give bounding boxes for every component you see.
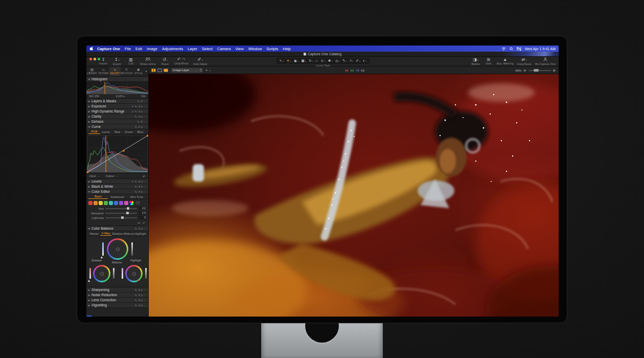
reset-button[interactable]: ↺▾Reset <box>160 57 170 65</box>
heal-tool[interactable]: ✚▾ <box>328 58 333 64</box>
wifi-icon[interactable] <box>501 47 506 51</box>
shadow-right-slider[interactable] <box>113 268 114 279</box>
more-icon[interactable]: ⋯ <box>144 110 146 113</box>
reset-icon[interactable]: ↺ <box>138 125 140 128</box>
presets-icon[interactable]: ≡ <box>141 105 143 108</box>
redo-icon[interactable]: ↷ <box>182 57 186 62</box>
swatch-red[interactable] <box>88 201 93 205</box>
midtone-wheel[interactable] <box>107 238 128 260</box>
panel-color-editor[interactable]: ▾ Color Editor ✎↺≡⋯ <box>86 189 148 194</box>
rotate-tool[interactable]: ↻▾ <box>309 58 313 64</box>
share-online-button[interactable]: Share online <box>140 57 156 65</box>
reset-icon[interactable]: ↺ <box>138 304 140 307</box>
copy-apply-button[interactable]: ⇄▾Copy/Apply <box>517 57 532 65</box>
export-button[interactable]: ↥▾Export <box>112 57 122 65</box>
lightness-slider[interactable] <box>105 217 137 218</box>
menu-item-camera[interactable]: Camera <box>217 47 231 51</box>
menu-item-app[interactable]: Capture One <box>97 47 120 51</box>
cull-button[interactable]: ▥Cull <box>126 57 135 65</box>
curve-tab-green[interactable]: Green <box>123 130 135 134</box>
brush-icon[interactable]: ✎ <box>135 294 137 297</box>
swatch-yellow[interactable] <box>99 201 103 205</box>
reset-icon[interactable]: ↺ <box>138 227 140 230</box>
erase-mask-tool[interactable]: ◊▾ <box>350 58 353 64</box>
panel-layers-masks[interactable]: ▸ Layers & Masks ✎↺⋯ <box>86 99 148 104</box>
panel-curve[interactable]: ▾ Curve ✎↺≡⋯ <box>86 124 148 129</box>
menu-item-file[interactable]: File <box>125 47 131 51</box>
swatch-magenta[interactable] <box>124 201 128 205</box>
control-center-icon[interactable] <box>517 47 521 51</box>
scroll-indicator[interactable] <box>86 316 91 317</box>
reset-icon[interactable]: ↺ <box>138 190 140 193</box>
more-icon[interactable]: ⋯ <box>144 299 146 302</box>
brush-icon[interactable]: ✎ <box>137 120 140 123</box>
clone-tool[interactable]: ◎▾ <box>335 58 340 64</box>
swatch-green[interactable] <box>104 201 108 205</box>
cb-tab-highlight[interactable]: Highlight <box>134 232 146 236</box>
add-layer-button[interactable]: + ▾ <box>205 69 210 72</box>
my-capture-one-button[interactable]: My Capture One <box>535 57 556 65</box>
picker-icon[interactable]: ✐ <box>131 180 133 183</box>
zoom-level[interactable]: 46% <box>515 69 521 72</box>
brush-icon[interactable]: ✎ <box>135 185 137 188</box>
minimize-button[interactable] <box>94 58 96 60</box>
menu-item-edit[interactable]: Edit <box>135 47 142 51</box>
ce-tab-skin-tone[interactable]: Skin Tone <box>127 195 146 199</box>
tab-adjust[interactable]: ≡ADJUST <box>109 66 121 76</box>
reset-icon[interactable]: ↺ <box>138 115 140 118</box>
reset-icon[interactable]: ↺ <box>138 180 140 183</box>
ce-tab-advanced[interactable]: Advanced <box>108 195 127 199</box>
more-icon[interactable]: ⋯ <box>144 100 146 103</box>
panel-lens-correction[interactable]: ▸ Lens Correction ✎↺≡⋯ <box>86 298 148 303</box>
zoom-in-icon[interactable]: ⊕ <box>553 69 556 73</box>
cb-tab-midtone[interactable]: Midtone <box>123 232 135 236</box>
brush-icon[interactable]: ✎ <box>135 110 137 113</box>
panel-vignetting[interactable]: ▸ Vignetting ✎↺≡⋯ <box>86 303 148 308</box>
reset-icon[interactable]: ↺ <box>138 299 140 302</box>
more-tabs-icon[interactable]: » <box>144 66 148 76</box>
brush-icon[interactable]: ✎ <box>135 115 137 118</box>
brush-icon[interactable]: ✎ <box>137 100 140 103</box>
auto-adjust-button[interactable]: ✐▾Auto Adjust <box>193 57 208 65</box>
presets-icon[interactable]: ≡ <box>141 125 143 128</box>
tab-retouch[interactable]: ✎RETOUCH <box>121 66 133 76</box>
panel-exposure[interactable]: ▸ Exposure ✐✎↺≡⋯ <box>86 104 148 109</box>
spot-removal-tool[interactable]: ⊙▾ <box>321 58 326 64</box>
cb-tab-3way[interactable]: 3-Way <box>100 231 112 236</box>
reset-icon[interactable]: ↺ <box>141 120 143 123</box>
zoom-out-icon[interactable]: ⊖ <box>523 69 526 73</box>
shadow-left-slider[interactable] <box>89 268 91 279</box>
reset-icon[interactable]: ↺ <box>138 105 140 108</box>
menu-item-select[interactable]: Select <box>202 47 213 51</box>
curve-tab-luma[interactable]: Luma <box>100 130 112 134</box>
curve-picker-icon[interactable]: ✐ <box>143 174 145 178</box>
white-balance-tool[interactable]: ◐▾ <box>363 58 366 64</box>
more-icon[interactable]: ⋯ <box>144 115 146 118</box>
lightness-value[interactable]: 0 <box>139 216 146 219</box>
panel-noise-reduction[interactable]: ▸ Noise Reduction ✎↺≡⋯ <box>86 293 148 298</box>
swatch-cyan[interactable] <box>109 201 113 205</box>
ce-tab-basic[interactable]: Basic <box>88 194 108 199</box>
curve-tab-red[interactable]: Red <box>111 130 123 134</box>
panel-levels[interactable]: ▸ Levels ✐✎↺≡⋯ <box>86 179 148 184</box>
tab-library[interactable]: ▤LIBRARY <box>86 66 98 76</box>
photo-canvas[interactable] <box>149 74 559 317</box>
more-icon[interactable]: ⋯ <box>144 288 146 292</box>
swatch-blue[interactable] <box>114 201 118 205</box>
undo-redo-buttons[interactable]: ↶ ↷Undo/Redo <box>174 57 189 65</box>
cb-tab-shadow[interactable]: Shadow <box>111 232 123 236</box>
brush-icon[interactable]: ✎ <box>135 190 137 193</box>
proof-view-icon[interactable] <box>164 69 168 72</box>
loupe-tool[interactable]: ◉▾ <box>294 58 298 64</box>
apple-menu-icon[interactable] <box>89 47 94 51</box>
reset-icon[interactable]: ↺ <box>138 185 140 188</box>
presets-icon[interactable]: ≡ <box>141 190 143 193</box>
more-icon[interactable]: ⋯ <box>144 185 146 188</box>
cb-tab-master[interactable]: Master <box>88 232 100 236</box>
brush-icon[interactable]: ✎ <box>135 227 137 230</box>
presets-icon[interactable]: ≡ <box>141 294 143 297</box>
highlight-left-slider[interactable] <box>122 268 123 279</box>
curve-graph[interactable] <box>86 135 148 173</box>
exposure-warning-button[interactable]: ▲Exp. Warning <box>497 57 514 65</box>
more-icon[interactable]: ⋯ <box>144 304 146 307</box>
